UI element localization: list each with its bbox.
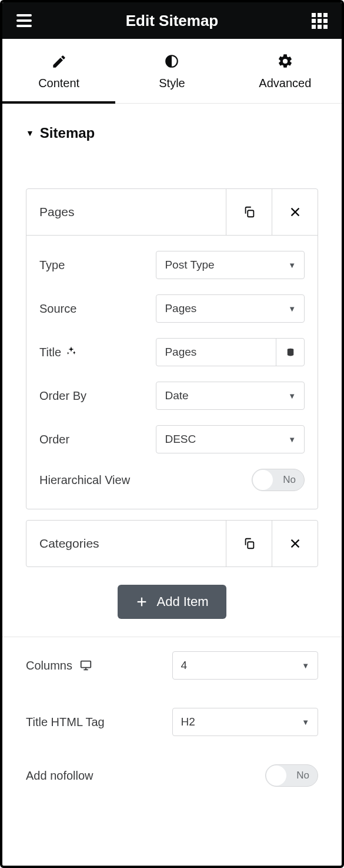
field-order: Order DESC ▼ [39, 425, 305, 453]
order-select[interactable]: DESC ▼ [156, 425, 305, 453]
field-orderby: Order By Date ▼ [39, 382, 305, 410]
apps-icon[interactable] [312, 13, 328, 29]
repeater-item-header[interactable]: Categories [26, 521, 318, 566]
field-type: Type Post Type ▼ [39, 251, 305, 279]
type-select[interactable]: Post Type ▼ [156, 251, 305, 279]
tab-style-label: Style [159, 77, 185, 90]
duplicate-button[interactable] [226, 189, 272, 235]
htmltag-label: Title HTML Tag [26, 715, 172, 729]
field-htmltag: Title HTML Tag H2 ▼ [26, 694, 318, 750]
field-orderby-label: Order By [39, 389, 156, 403]
orderby-value: Date [156, 389, 280, 402]
duplicate-button[interactable] [226, 521, 272, 566]
toggle-knob [266, 766, 286, 786]
field-source-label: Source [39, 302, 156, 316]
gear-icon [277, 53, 293, 69]
svg-rect-9 [81, 661, 91, 668]
field-type-label: Type [39, 259, 156, 272]
add-item-wrap: Add Item [26, 567, 318, 637]
columns-select[interactable]: 4 ▼ [172, 651, 319, 680]
chevron-down-icon: ▼ [280, 392, 304, 400]
nofollow-label: Add nofollow [26, 769, 172, 783]
title-value: Pages [156, 346, 276, 359]
remove-button[interactable] [272, 189, 318, 235]
tab-advanced[interactable]: Advanced [229, 39, 342, 103]
add-item-button[interactable]: Add Item [118, 585, 226, 619]
dynamic-tags-button[interactable] [276, 339, 304, 366]
field-hierarchical-label: Hierarchical View [39, 473, 199, 487]
chevron-down-icon: ▼ [280, 304, 304, 313]
panel-header: Edit Sitemap [2, 2, 342, 39]
field-nofollow: Add nofollow No [26, 750, 318, 801]
tab-advanced-label: Advanced [259, 77, 311, 90]
htmltag-value: H2 [173, 715, 294, 728]
field-title: Title Pages [39, 338, 305, 366]
tab-content[interactable]: Content [2, 39, 115, 103]
add-item-label: Add Item [156, 594, 208, 609]
repeater-item-header[interactable]: Pages [26, 189, 318, 235]
field-hierarchical: Hierarchical View No [39, 469, 305, 491]
columns-label: Columns [26, 659, 72, 672]
chevron-down-icon: ▼ [293, 718, 318, 727]
header-title: Edit Sitemap [126, 12, 218, 30]
section-sitemap-header[interactable]: ▼ Sitemap [26, 104, 318, 155]
plus-icon [135, 595, 148, 608]
field-title-label: Title [39, 346, 156, 359]
pencil-icon [51, 53, 67, 69]
contrast-icon [164, 53, 179, 69]
tabs: Content Style Advanced [2, 39, 342, 104]
hierarchical-toggle[interactable]: No [252, 469, 305, 491]
title-input[interactable]: Pages [156, 338, 305, 366]
repeater-item-title: Pages [26, 205, 226, 219]
chevron-down-icon: ▼ [280, 435, 304, 444]
field-order-label: Order [39, 433, 156, 446]
remove-button[interactable] [272, 521, 318, 566]
repeater-item-body: Type Post Type ▼ Source Pages ▼ [26, 235, 318, 509]
ai-sparkle-icon[interactable] [66, 346, 76, 359]
toggle-label: No [283, 474, 296, 486]
source-value: Pages [156, 302, 280, 315]
tab-content-label: Content [38, 77, 79, 90]
menu-icon[interactable] [16, 14, 32, 27]
columns-value: 4 [173, 659, 294, 672]
panel-body: ▼ Sitemap Pages Type Post Type ▼ [2, 104, 342, 801]
svg-rect-4 [248, 542, 253, 548]
repeater-item-categories: Categories [26, 520, 318, 567]
orderby-select[interactable]: Date ▼ [156, 382, 305, 410]
field-source: Source Pages ▼ [39, 294, 305, 323]
source-select[interactable]: Pages ▼ [156, 294, 305, 323]
field-columns: Columns 4 ▼ [26, 637, 318, 694]
chevron-down-icon: ▼ [280, 261, 304, 270]
toggle-knob [253, 470, 273, 490]
toggle-label: No [296, 770, 309, 781]
title-label-text: Title [39, 346, 61, 359]
caret-down-icon: ▼ [26, 128, 34, 138]
svg-rect-0 [248, 210, 253, 217]
order-value: DESC [156, 433, 280, 446]
htmltag-select[interactable]: H2 ▼ [172, 708, 319, 736]
repeater-item-pages: Pages Type Post Type ▼ Source [26, 188, 318, 509]
repeater-item-title: Categories [26, 536, 226, 551]
section-title: Sitemap [40, 125, 95, 141]
tab-style[interactable]: Style [115, 39, 228, 103]
nofollow-toggle[interactable]: No [265, 764, 318, 787]
chevron-down-icon: ▼ [293, 661, 318, 670]
type-value: Post Type [156, 259, 280, 271]
desktop-icon[interactable] [79, 659, 92, 672]
